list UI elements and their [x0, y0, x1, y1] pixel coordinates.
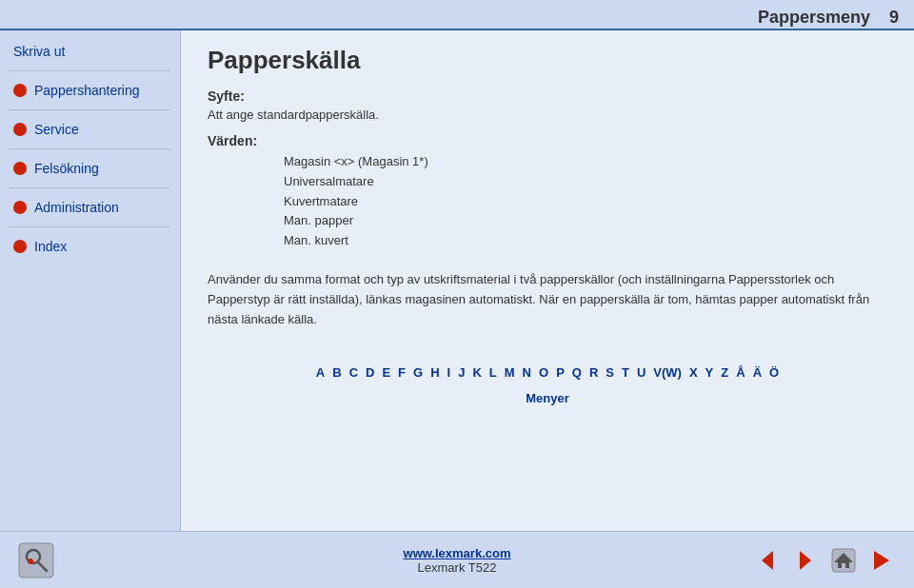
sidebar-item-pappershantering[interactable]: Pappershantering: [0, 73, 180, 108]
values-list: Magasin <x> (Magasin 1*) Universalmatare…: [284, 152, 887, 251]
sidebar-item-service[interactable]: Service: [0, 112, 180, 147]
content-title: Papperskälla: [208, 46, 887, 75]
header-bar: Pappersmeny 9: [0, 0, 914, 30]
alpha-link-v(w)[interactable]: V(W): [649, 363, 686, 382]
arrow-right-icon: [792, 547, 819, 574]
value-item-3: Man. papper: [284, 211, 887, 231]
header-page-number: 9: [889, 8, 899, 28]
alpha-link-o[interactable]: O: [535, 363, 552, 382]
alpha-link-h[interactable]: H: [427, 363, 443, 382]
sidebar-label-pappershantering: Pappershantering: [34, 83, 140, 98]
alphabet-navigation: ABCDEFGHIJKLMNOPQRSTUV(W)XYZÅÄÖ: [208, 356, 887, 389]
nav-next-button[interactable]: [788, 543, 823, 578]
alpha-link-u[interactable]: U: [633, 363, 649, 382]
alpha-link-q[interactable]: Q: [568, 363, 586, 382]
menyer-link[interactable]: Menyer: [208, 391, 887, 405]
header-title: Pappersmeny: [758, 8, 870, 28]
footer-center: www.lexmark.com Lexmark T522: [404, 546, 511, 575]
alpha-link-m[interactable]: M: [501, 363, 519, 382]
alpha-link-c[interactable]: C: [346, 363, 362, 382]
divider-5: [10, 226, 170, 227]
sidebar-label-skriva-ut: Skriva ut: [13, 44, 65, 59]
alpha-link-s[interactable]: S: [602, 363, 618, 382]
value-item-2: Kuvertmatare: [284, 192, 887, 212]
alpha-link-p[interactable]: P: [552, 363, 568, 382]
home-button[interactable]: [826, 543, 861, 578]
footer-url[interactable]: www.lexmark.com: [404, 546, 511, 560]
content-area: Papperskälla Syfte: Att ange standardpap…: [181, 30, 914, 531]
sidebar-item-felsokning[interactable]: Felsökning: [0, 151, 180, 186]
alpha-link-ä[interactable]: Ä: [749, 363, 765, 382]
alpha-link-j[interactable]: J: [454, 363, 468, 382]
alpha-link-d[interactable]: D: [362, 363, 378, 382]
alpha-link-g[interactable]: G: [409, 363, 427, 382]
divider-2: [10, 109, 170, 110]
alpha-link-a[interactable]: A: [312, 363, 328, 382]
home-icon: [830, 547, 857, 574]
alpha-link-ö[interactable]: Ö: [765, 363, 783, 382]
sidebar-item-index[interactable]: Index: [0, 229, 180, 264]
alpha-link-l[interactable]: L: [486, 363, 501, 382]
alpha-link-t[interactable]: T: [618, 363, 633, 382]
arrow-left-icon: [754, 547, 781, 574]
sidebar: Skriva ut Pappershantering Service Felsö…: [0, 30, 181, 531]
divider-3: [10, 148, 170, 149]
syfte-label: Syfte:: [208, 88, 887, 104]
dot-index: [13, 240, 27, 253]
dot-felsokning: [13, 162, 27, 175]
alpha-link-i[interactable]: I: [444, 363, 455, 382]
sidebar-label-administration: Administration: [34, 200, 119, 215]
nav-icons: [750, 543, 899, 578]
syfte-text: Att ange standardpapperskälla.: [208, 108, 887, 122]
alpha-link-x[interactable]: X: [686, 363, 702, 382]
footer-model: Lexmark T522: [418, 560, 497, 575]
alpha-link-e[interactable]: E: [378, 363, 394, 382]
svg-marker-4: [762, 551, 773, 570]
search-icon: [18, 542, 54, 578]
alpha-link-z[interactable]: Z: [717, 363, 732, 382]
value-item-4: Man. kuvert: [284, 231, 887, 251]
alpha-link-n[interactable]: N: [519, 363, 535, 382]
alpha-link-b[interactable]: B: [328, 363, 345, 382]
sidebar-item-administration[interactable]: Administration: [0, 190, 180, 225]
divider-4: [10, 187, 170, 188]
main-layout: Skriva ut Pappershantering Service Felsö…: [0, 30, 914, 531]
bottom-bar: www.lexmark.com Lexmark T522: [0, 531, 914, 588]
alpha-link-å[interactable]: Å: [732, 363, 748, 382]
values-section: Värden: Magasin <x> (Magasin 1*) Univers…: [208, 133, 887, 261]
svg-rect-0: [19, 543, 53, 578]
svg-marker-8: [874, 551, 889, 570]
alpha-link-f[interactable]: F: [394, 363, 409, 382]
body-text: Använder du samma format och typ av utsk…: [208, 270, 887, 329]
nav-forward-button[interactable]: [864, 543, 899, 578]
sidebar-label-service: Service: [34, 122, 79, 137]
dot-administration: [13, 201, 27, 214]
svg-marker-5: [800, 551, 811, 570]
sidebar-item-skriva-ut[interactable]: Skriva ut: [0, 38, 180, 69]
arrow-forward-icon: [868, 547, 895, 574]
alpha-link-r[interactable]: R: [586, 363, 602, 382]
dot-service: [13, 123, 27, 136]
divider-1: [10, 70, 170, 71]
value-item-0: Magasin <x> (Magasin 1*): [284, 152, 887, 172]
nav-prev-button[interactable]: [750, 543, 785, 578]
varden-label: Värden:: [208, 133, 887, 148]
alpha-link-y[interactable]: Y: [702, 363, 718, 382]
svg-point-3: [28, 559, 33, 564]
search-button[interactable]: [15, 539, 57, 581]
dot-pappershantering: [13, 84, 27, 97]
alpha-link-k[interactable]: K: [468, 363, 485, 382]
value-item-1: Universalmatare: [284, 172, 887, 192]
sidebar-label-index: Index: [34, 239, 67, 254]
sidebar-label-felsokning: Felsökning: [34, 161, 99, 176]
